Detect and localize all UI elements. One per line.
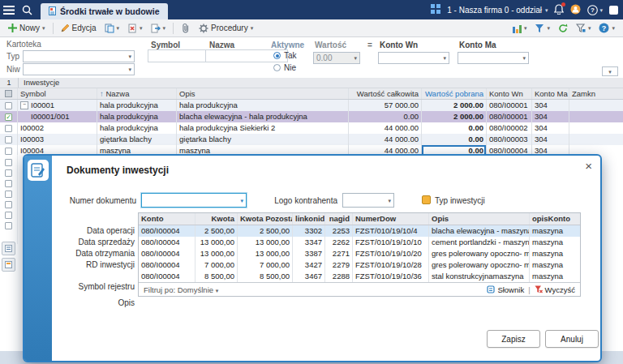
column-header-kwota[interactable]: Kwota xyxy=(195,213,238,225)
dialog-accent-strip xyxy=(24,156,52,361)
side-panel-icon-1[interactable] xyxy=(2,242,15,255)
column-header-linkonid[interactable]: linkonid xyxy=(293,213,325,225)
document-icon xyxy=(49,6,56,17)
export-button[interactable]: ▾ xyxy=(148,22,170,35)
typ-dropdown[interactable]: ▾ xyxy=(23,50,135,62)
refresh-icon xyxy=(558,24,568,33)
table-row-selected[interactable]: ✓ I00001/001 hala produkcyjna blacha ele… xyxy=(0,111,623,122)
column-header-wartosc-calkowita[interactable]: Wartość całkowita xyxy=(349,88,422,99)
delete-button[interactable]: ▾ xyxy=(124,22,146,35)
funnel-edit-icon xyxy=(576,24,586,33)
aktywne-nie-radio[interactable] xyxy=(273,64,281,71)
filter-panel: Kartoteka Typ ▾ Niw ▾ Symbol Nazwa Aktyw… xyxy=(0,37,623,79)
row-checkbox[interactable] xyxy=(5,159,12,166)
niw-dropdown[interactable]: ▾ xyxy=(23,63,135,75)
search-icon[interactable] xyxy=(18,0,36,19)
wartosc-dropdown[interactable]: 0.00 ▾ xyxy=(313,52,360,64)
column-header-opis[interactable]: Opis xyxy=(177,88,349,99)
operator-equals[interactable]: = xyxy=(367,41,372,49)
user-avatar-icon[interactable] xyxy=(570,4,581,16)
niw-label: Niw xyxy=(6,65,20,74)
column-header-nazwa[interactable]: ↑ Nazwa xyxy=(97,88,177,99)
column-header-kwota-pozostala[interactable]: Kwota Pozostała xyxy=(238,213,293,225)
row-checkbox[interactable] xyxy=(5,148,12,155)
attachment-button[interactable] xyxy=(178,21,194,35)
table-row[interactable]: I00002 hala produkcyjna hala produkcyjna… xyxy=(0,122,623,134)
filter-button[interactable]: ▾ xyxy=(531,22,553,35)
aktywne-tak-label: Tak xyxy=(284,51,297,60)
column-chooser-button[interactable]: ▾ xyxy=(602,66,618,76)
chevron-down-icon: ▾ xyxy=(388,198,391,203)
table-row[interactable]: 080/I00004 8 500,00 8 500,00 3467 2288 F… xyxy=(139,271,580,282)
table-row[interactable]: 080/I00004 13 000,00 13 000,00 3347 2262… xyxy=(139,237,580,248)
column-header-symbol[interactable]: Symbol xyxy=(18,88,97,99)
konto-ma-dropdown[interactable]: ▾ xyxy=(458,52,529,64)
column-header-wartosc-pobrana[interactable]: Wartość pobrana xyxy=(422,88,487,99)
konto-wn-dropdown[interactable]: ▾ xyxy=(378,52,449,64)
select-all-checkbox[interactable] xyxy=(0,88,18,99)
column-header-konto-ma[interactable]: Konto Ma xyxy=(532,88,569,99)
aktywne-label: Aktywne xyxy=(271,41,304,49)
table-row[interactable]: I00003 giętarka blachy giętarka blachy 4… xyxy=(0,134,623,145)
column-header-numerdow[interactable]: NumerDow xyxy=(353,213,429,225)
chart-view-button[interactable]: ▾ xyxy=(509,22,531,35)
column-header-opiskonto[interactable]: opisKonto xyxy=(530,213,580,225)
aktywne-tak-radio[interactable] xyxy=(273,52,281,59)
wyczysc-link[interactable]: Wyczyść xyxy=(535,285,575,294)
side-panel-icon-2[interactable] xyxy=(2,258,15,272)
row-checkbox[interactable] xyxy=(5,102,12,109)
cancel-button[interactable]: Anuluj xyxy=(545,330,599,348)
slownik-link[interactable]: Słownik xyxy=(487,285,524,294)
row-checkbox[interactable] xyxy=(5,180,12,187)
table-row[interactable]: −I00001 hala produkcyjna hala produkcyjn… xyxy=(0,100,623,111)
band-title: Inwestycje xyxy=(19,78,59,88)
row-checkbox[interactable] xyxy=(5,136,12,143)
save-button[interactable]: Zapisz xyxy=(487,330,540,348)
chevron-down-icon: ▾ xyxy=(522,55,526,61)
refresh-button[interactable] xyxy=(555,22,571,35)
edit-button[interactable]: Edycja xyxy=(58,22,100,34)
filter-edit-button[interactable]: ▾ xyxy=(573,22,595,35)
row-checkbox[interactable] xyxy=(5,212,12,219)
chevron-down-icon: ▾ xyxy=(163,25,166,31)
new-button[interactable]: Nowy ▾ xyxy=(5,22,49,34)
column-header-zamkn[interactable]: Zamkn xyxy=(569,88,623,99)
symbol-filter-input[interactable] xyxy=(148,49,206,62)
notifications-bell-icon[interactable] xyxy=(554,4,564,16)
procedures-button[interactable]: Procedury ▾ xyxy=(195,22,256,35)
apps-grid-icon[interactable] xyxy=(431,4,440,15)
logo-kontrahenta-dropdown[interactable]: ▾ xyxy=(342,193,394,208)
typ-inwestycji-checkbox[interactable] xyxy=(422,195,431,204)
help-menu[interactable]: ? ▾ xyxy=(587,5,603,15)
tab-srodki-trwale-w-budowie[interactable]: Środki trwałe w budowie xyxy=(41,3,168,19)
table-row[interactable]: 080/I00004 13 000,00 13 000,00 3387 2271… xyxy=(139,248,580,259)
numer-dokumentu-dropdown[interactable]: ▾ xyxy=(141,193,247,208)
column-header-konto-wn[interactable]: Konto Wn xyxy=(487,88,532,99)
row-checkbox[interactable] xyxy=(5,125,12,132)
column-header-opis[interactable]: Opis xyxy=(429,213,530,225)
row-checkbox-checked[interactable]: ✓ xyxy=(5,113,12,121)
close-icon[interactable]: × xyxy=(585,159,592,173)
table-row-selected[interactable]: 080/I00004 2 500,00 2 500,00 3302 2253 F… xyxy=(139,225,580,237)
data-otrzymania-label: Data otrzymania xyxy=(54,249,135,258)
typ-label: Typ xyxy=(6,52,19,61)
table-row[interactable]: 080/I00004 7 000,00 7 000,00 3427 2279 F… xyxy=(139,259,580,271)
collapse-expander-icon[interactable]: − xyxy=(20,101,28,109)
row-number: 1 xyxy=(0,78,19,88)
window-tile-icon[interactable] xyxy=(609,6,618,15)
row-checkbox[interactable] xyxy=(5,222,12,229)
table-filter-bar: Filtruj po: Domyślnie ▾ Słownik | Wyczyś… xyxy=(139,282,580,296)
copy-document-button[interactable]: ▾ xyxy=(101,22,123,35)
menu-icon[interactable] xyxy=(0,0,18,19)
row-checkbox[interactable] xyxy=(5,191,12,198)
column-header-nagid[interactable]: nagid xyxy=(325,213,353,225)
row-checkbox[interactable] xyxy=(5,169,12,177)
filter-by-dropdown[interactable]: Filtruj po: Domyślnie ▾ xyxy=(144,285,218,294)
dictionary-icon xyxy=(487,285,495,293)
company-selector[interactable]: 1 - Nasza firma 0 - oddział ▾ xyxy=(447,6,548,15)
row-checkbox[interactable] xyxy=(5,201,12,208)
chevron-down-icon: ▾ xyxy=(216,288,219,293)
column-header-konto[interactable]: Konto xyxy=(139,213,195,225)
konto-ma-label: Konto Ma xyxy=(459,41,496,49)
help-button[interactable]: ? ▾ xyxy=(595,21,618,35)
